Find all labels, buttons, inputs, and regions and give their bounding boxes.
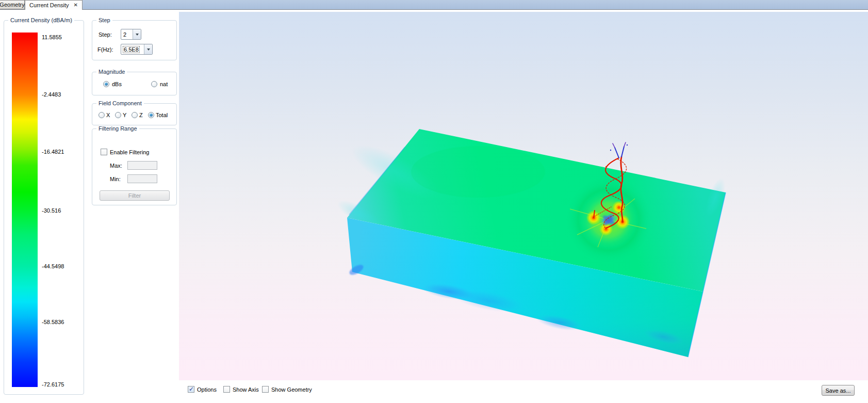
color-scale-bar: [12, 33, 38, 387]
radio-z-label[interactable]: Z: [139, 112, 143, 119]
max-label: Max:: [110, 163, 122, 169]
scale-value: -44.5498: [42, 263, 82, 269]
options-label[interactable]: Options: [197, 386, 217, 393]
tab-geometry[interactable]: Geometry: [0, 0, 25, 9]
radio-nat[interactable]: [151, 81, 157, 87]
freq-label: F(Hz):: [97, 46, 113, 53]
freq-dropdown-value: 6.5E8: [123, 46, 139, 53]
save-as-button[interactable]: Save as...: [822, 385, 855, 396]
show-geometry-label[interactable]: Show Geometry: [271, 386, 312, 393]
close-tab-icon[interactable]: ✕: [74, 3, 78, 8]
tab-current-density[interactable]: Current Density ✕: [25, 0, 83, 10]
scale-value: -30.516: [42, 207, 82, 214]
radio-z[interactable]: [132, 112, 138, 118]
scale-value: -16.4821: [42, 149, 82, 155]
scale-value: -2.4483: [42, 91, 82, 98]
min-input[interactable]: [127, 174, 157, 183]
magnitude-group-title: Magnitude: [96, 69, 127, 75]
filter-button[interactable]: Filter: [100, 190, 170, 201]
tab-bar: Geometry Current Density ✕: [0, 0, 868, 10]
step-group: Step Step: 2 F(Hz): 6.5E8: [92, 20, 177, 60]
show-geometry-checkbox[interactable]: [262, 386, 269, 393]
tab-current-density-label: Current Density: [29, 2, 69, 8]
scale-value: -58.5836: [42, 319, 82, 325]
filtering-range-group: Filtering Range Enable Filtering Max: Mi…: [92, 128, 177, 205]
radio-dbs[interactable]: [103, 81, 109, 87]
3d-viewport[interactable]: [179, 12, 868, 380]
radio-x[interactable]: [99, 112, 105, 118]
show-axis-checkbox[interactable]: [223, 386, 230, 393]
min-label: Min:: [110, 176, 121, 183]
field-component-group: Field Component X Y Z Total: [92, 103, 177, 125]
current-density-window: Geometry Current Density ✕ Current Densi…: [0, 0, 868, 403]
radio-y[interactable]: [115, 112, 121, 118]
step-dropdown[interactable]: 2: [121, 29, 141, 40]
filtering-group-title: Filtering Range: [96, 125, 139, 132]
scale-value: 11.5855: [42, 34, 82, 40]
radio-nat-label[interactable]: nat: [160, 81, 168, 88]
chevron-down-icon[interactable]: [144, 44, 152, 54]
chevron-down-icon[interactable]: [133, 29, 141, 39]
enable-filtering-label[interactable]: Enable Filtering: [110, 149, 149, 156]
3d-view-canvas[interactable]: [179, 12, 868, 380]
step-label: Step:: [99, 31, 112, 38]
radio-y-label[interactable]: Y: [123, 112, 126, 119]
show-axis-label[interactable]: Show Axis: [233, 386, 259, 393]
radio-total[interactable]: [148, 112, 154, 118]
freq-dropdown[interactable]: 6.5E8: [121, 44, 153, 55]
legend-panel: Current Density (dBA/m) 11.5855 -2.4483 …: [4, 20, 84, 395]
scale-value: -72.6175: [42, 381, 82, 388]
options-checkbox[interactable]: [188, 386, 194, 393]
step-dropdown-value: 2: [121, 29, 133, 39]
enable-filtering-checkbox[interactable]: [101, 149, 107, 155]
magnitude-group: Magnitude dBs nat: [92, 72, 177, 95]
simulation-slab: [334, 129, 729, 357]
field-group-title: Field Component: [96, 100, 144, 106]
step-group-title: Step: [96, 17, 112, 23]
radio-total-label[interactable]: Total: [156, 112, 168, 119]
max-input[interactable]: [127, 161, 157, 170]
tab-geometry-label: Geometry: [0, 2, 25, 8]
current-density-hotspot: [566, 178, 651, 262]
legend-title: Current Density (dBA/m): [8, 17, 74, 23]
viewport-toolbar: Options Show Axis Show Geometry Save as.…: [179, 380, 868, 403]
radio-dbs-label[interactable]: dBs: [112, 81, 122, 88]
radio-x-label[interactable]: X: [106, 112, 110, 119]
